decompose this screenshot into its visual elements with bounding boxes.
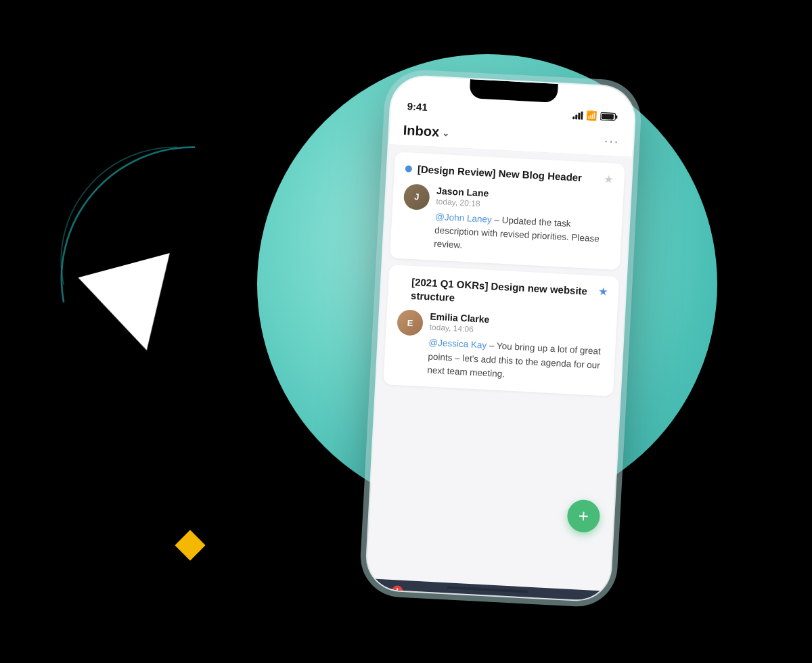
message-body-2: E Emilia Clarke today, 14:06 @Jessica Ka… xyxy=(394,309,606,386)
dropdown-chevron-icon: ⌄ xyxy=(442,128,450,139)
phone-body: [Design Review] New Blog Header ★ J Jaso… xyxy=(365,145,632,601)
tab-mywork[interactable]: My Work xyxy=(461,593,512,601)
inbox-title: Inbox xyxy=(403,122,439,140)
status-time: 9:41 xyxy=(407,100,428,113)
svg-rect-1 xyxy=(602,114,614,120)
svg-marker-3 xyxy=(432,593,445,601)
starred-tab-icon xyxy=(430,591,446,601)
inbox-badge: 1 xyxy=(392,585,403,597)
message-content-1: Jason Lane today, 20:18 @John Laney – Up… xyxy=(434,185,613,260)
avatar-initials-jason: J xyxy=(414,191,420,202)
star-icon-1[interactable]: ★ xyxy=(604,173,614,186)
battery-icon xyxy=(600,112,618,121)
tab-inbox[interactable]: 1 Inbox xyxy=(365,588,414,601)
mywork-tab-icon xyxy=(479,593,495,601)
card-title-row-2: [2021 Q1 OKRs] Design new website struct… xyxy=(399,275,599,311)
card-title-row-1: [Design Review] New Blog Header xyxy=(405,162,604,185)
star-icon-2[interactable]: ★ xyxy=(597,285,608,299)
fab-plus-icon: + xyxy=(578,507,589,525)
avatar-emilia: E xyxy=(397,309,424,336)
card-title-1: [Design Review] New Blog Header xyxy=(417,162,582,184)
more-tab-icon xyxy=(577,599,592,601)
status-icons: 📶 xyxy=(572,110,618,122)
svg-point-5 xyxy=(529,597,542,601)
inbox-tab-icon: 1 xyxy=(382,589,397,601)
avatar-initials-emilia: E xyxy=(407,317,413,327)
phone-mockup: 9:41 📶 xyxy=(365,75,635,601)
unread-dot-1 xyxy=(405,165,413,173)
phone-wrapper: 9:41 📶 xyxy=(332,41,670,636)
tab-browse[interactable]: Browse xyxy=(510,595,560,601)
app-title-group[interactable]: Inbox ⌄ xyxy=(403,122,449,141)
svg-rect-4 xyxy=(480,598,493,601)
message-text-1: @John Laney – Updated the task descripti… xyxy=(434,210,612,260)
message-content-2: Emilia Clarke today, 14:06 @Jessica Kay … xyxy=(427,311,606,386)
message-body-1: J Jason Lane today, 20:18 @John Laney – … xyxy=(401,183,613,260)
list-spacer xyxy=(374,391,613,584)
mention-2[interactable]: @Jessica Kay xyxy=(428,338,487,350)
avatar-jason: J xyxy=(403,183,430,210)
browse-tab-icon xyxy=(528,596,543,601)
wifi-icon: 📶 xyxy=(586,110,597,121)
tab-more[interactable]: More xyxy=(559,598,609,601)
card-header-1: [Design Review] New Blog Header ★ xyxy=(405,162,614,186)
card-header-2: [2021 Q1 OKRs] Design new website struct… xyxy=(399,275,608,312)
svg-rect-2 xyxy=(616,115,618,118)
signal-icon xyxy=(572,111,583,120)
message-text-2: @Jessica Kay – You bring up a lot of gre… xyxy=(427,336,605,386)
card-title-2: [2021 Q1 OKRs] Design new website struct… xyxy=(411,275,599,311)
message-card-1[interactable]: [Design Review] New Blog Header ★ J Jaso… xyxy=(390,152,625,270)
mention-1[interactable]: @John Laney xyxy=(435,211,492,224)
tab-starred[interactable]: Starred xyxy=(413,590,463,601)
header-more-dots[interactable]: ··· xyxy=(604,133,620,150)
message-card-2[interactable]: [2021 Q1 OKRs] Design new website struct… xyxy=(383,265,619,396)
